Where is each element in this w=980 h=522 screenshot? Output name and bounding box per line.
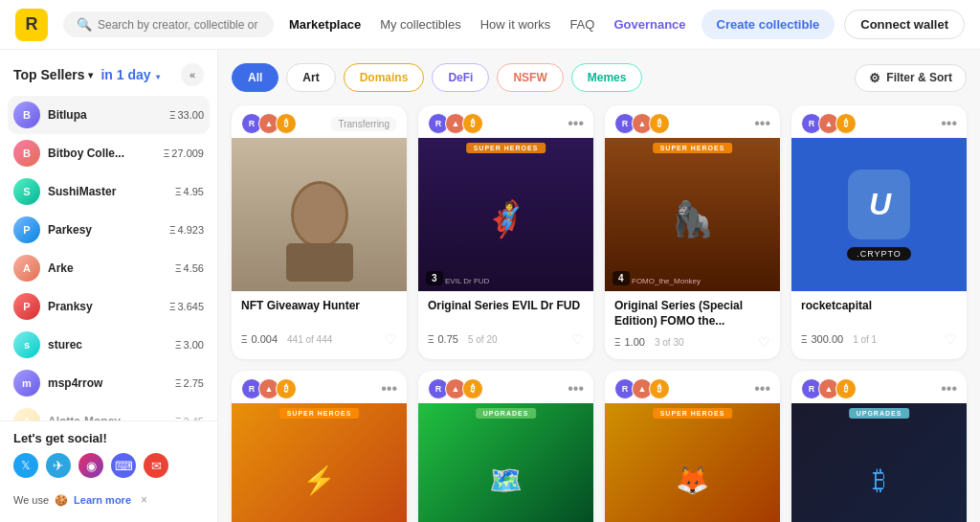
card-image: SUPER HEROES 🦸 3 EVIL Dr FUD bbox=[418, 138, 593, 291]
seller-avatar: m bbox=[13, 370, 40, 397]
eth-symbol: Ξ bbox=[614, 337, 621, 348]
favorite-icon[interactable]: ♡ bbox=[758, 334, 770, 350]
favorite-icon[interactable]: ♡ bbox=[571, 331, 584, 347]
nav-my-collectibles[interactable]: My collectibles bbox=[380, 17, 461, 32]
period-label[interactable]: in 1 day ▾ bbox=[100, 67, 160, 82]
nav-governance[interactable]: Governance bbox=[613, 17, 685, 32]
twitter-icon[interactable]: 𝕏 bbox=[13, 453, 38, 478]
card-avatar: ₿ bbox=[462, 378, 483, 399]
eth-symbol: Ξ bbox=[428, 334, 434, 345]
seller-item[interactable]: B Bitboy Colle... Ξ27.009 bbox=[8, 134, 210, 172]
seller-name: Pranksy bbox=[48, 300, 162, 313]
sidebar-title: Top Sellers ▾ in 1 day ▾ bbox=[13, 67, 160, 82]
nav-marketplace[interactable]: Marketplace bbox=[289, 17, 361, 32]
period-chevron-icon[interactable]: ▾ bbox=[156, 73, 160, 81]
social-title: Let's get social! bbox=[13, 431, 204, 445]
learn-more-link[interactable]: Learn more bbox=[74, 494, 131, 506]
create-collectible-button[interactable]: Create collectible bbox=[702, 10, 835, 39]
card-avatars: R ▲ ₿ bbox=[428, 378, 479, 399]
cookie-text: We use bbox=[13, 494, 49, 506]
nav-faq[interactable]: FAQ bbox=[569, 17, 594, 32]
seller-avatar: A bbox=[13, 255, 40, 282]
seller-item[interactable]: B Bitlupa Ξ33.00 bbox=[8, 96, 210, 134]
seller-avatar: P bbox=[13, 216, 40, 243]
seller-value: Ξ2.45 bbox=[175, 416, 204, 420]
nft-card[interactable]: R ▲ ₿ ••• SUPER HEROES 🦍 4 FOMO_the_Monk… bbox=[605, 105, 780, 359]
card-avatars: R ▲ ₿ bbox=[614, 113, 666, 134]
nav-how-it-works[interactable]: How it works bbox=[480, 17, 551, 32]
seller-item[interactable]: P Pranksy Ξ3.645 bbox=[8, 287, 210, 326]
card-price: Ξ 1.00 3 of 30 bbox=[614, 336, 684, 348]
close-cookie-button[interactable]: × bbox=[141, 493, 147, 507]
seller-avatar: A bbox=[13, 408, 40, 420]
telegram-icon[interactable]: ✈ bbox=[46, 453, 71, 478]
transfer-badge: Transferring bbox=[330, 117, 397, 131]
favorite-icon[interactable]: ♡ bbox=[385, 331, 397, 347]
filter-all-button[interactable]: All bbox=[232, 63, 278, 92]
card-title: Original Series (Special Edition) FOMO t… bbox=[614, 299, 770, 329]
main-content: All Art Domains DeFi NSFW Memes ⚙ Filter… bbox=[218, 50, 980, 522]
eth-icon: Ξ bbox=[175, 417, 182, 421]
card-menu[interactable]: ••• bbox=[754, 380, 770, 397]
nft-card[interactable]: R ▲ ₿ ••• UPGRADES 🗺️ Ξ ♡ bbox=[418, 371, 593, 522]
card-menu[interactable]: ••• bbox=[568, 380, 584, 397]
mail-icon[interactable]: ✉ bbox=[144, 453, 168, 478]
chevron-down-icon[interactable]: ▾ bbox=[88, 70, 93, 80]
nft-card[interactable]: R ▲ ₿ ••• UPGRADES ₿ Ξ ♡ bbox=[791, 371, 967, 522]
card-footer: Ξ 1.00 3 of 30 ♡ bbox=[614, 334, 770, 350]
card-image bbox=[232, 138, 407, 291]
seller-item[interactable]: A Arke Ξ4.56 bbox=[8, 249, 210, 287]
card-footer: Ξ 300.00 1 of 1 ♡ bbox=[801, 331, 957, 347]
search-input[interactable] bbox=[98, 18, 260, 32]
filter-art-button[interactable]: Art bbox=[286, 63, 335, 92]
nft-card[interactable]: R ▲ ₿ Transferring NFT Giveaway Hunter Ξ… bbox=[232, 105, 407, 359]
sidebar: Top Sellers ▾ in 1 day ▾ « B Bitlupa Ξ33… bbox=[0, 50, 218, 522]
card-price: Ξ 0.75 5 of 20 bbox=[428, 333, 498, 345]
card-avatar: ₿ bbox=[649, 378, 670, 399]
collapse-sidebar-button[interactable]: « bbox=[181, 63, 204, 86]
discord-icon[interactable]: ⌨ bbox=[111, 453, 136, 478]
eth-symbol: Ξ bbox=[801, 334, 808, 345]
card-menu[interactable]: ••• bbox=[941, 115, 957, 132]
card-title: rocketcapital bbox=[801, 299, 957, 326]
eth-icon: Ξ bbox=[175, 378, 182, 389]
filter-icon: ⚙ bbox=[869, 71, 880, 85]
seller-item[interactable]: m msp4rrow Ξ2.75 bbox=[8, 364, 210, 402]
filter-nsfw-button[interactable]: NSFW bbox=[497, 63, 563, 92]
seller-name: sturec bbox=[48, 338, 167, 352]
card-menu[interactable]: ••• bbox=[754, 115, 770, 132]
card-image: SUPER HEROES ⚡ bbox=[232, 403, 407, 522]
card-menu[interactable]: ••• bbox=[568, 115, 584, 132]
nft-card[interactable]: R ▲ ₿ ••• SUPER HEROES 🦊 Ξ ♡ bbox=[605, 371, 780, 522]
price-value: 0.75 bbox=[438, 333, 458, 345]
sidebar-header: Top Sellers ▾ in 1 day ▾ « bbox=[0, 63, 217, 96]
logo[interactable]: R bbox=[15, 9, 48, 41]
card-menu[interactable]: ••• bbox=[381, 380, 397, 397]
price-value: 0.004 bbox=[252, 333, 278, 345]
card-header: R ▲ ₿ ••• bbox=[232, 371, 407, 403]
nft-card[interactable]: R ▲ ₿ ••• U .CRYPTO rocketcapital Ξ 300.… bbox=[791, 105, 967, 359]
filter-memes-button[interactable]: Memes bbox=[571, 63, 643, 92]
filter-domains-button[interactable]: Domains bbox=[344, 63, 425, 92]
seller-item[interactable]: S SushiMaster Ξ4.95 bbox=[8, 172, 210, 211]
seller-item[interactable]: s sturec Ξ3.00 bbox=[8, 326, 210, 364]
card-header: R ▲ ₿ ••• bbox=[605, 371, 780, 403]
filter-sort-button[interactable]: ⚙ Filter & Sort bbox=[855, 64, 967, 92]
nft-card[interactable]: R ▲ ₿ ••• SUPER HEROES 🦸 3 EVIL Dr FUD O… bbox=[418, 105, 593, 359]
seller-item[interactable]: P Parkesy Ξ4.923 bbox=[8, 211, 210, 249]
seller-value: Ξ4.923 bbox=[169, 224, 204, 236]
card-header: R ▲ ₿ ••• bbox=[791, 105, 967, 138]
cards-grid: R ▲ ₿ Transferring NFT Giveaway Hunter Ξ… bbox=[232, 105, 967, 522]
filter-defi-button[interactable]: DeFi bbox=[432, 63, 489, 92]
card-avatars: R ▲ ₿ bbox=[614, 378, 666, 399]
favorite-icon[interactable]: ♡ bbox=[945, 331, 957, 347]
nft-card[interactable]: R ▲ ₿ ••• SUPER HEROES ⚡ Ξ ♡ bbox=[232, 371, 407, 522]
seller-value: Ξ4.95 bbox=[175, 186, 204, 197]
card-menu[interactable]: ••• bbox=[941, 380, 957, 397]
card-body: Original Series (Special Edition) FOMO t… bbox=[605, 291, 780, 359]
seller-item[interactable]: A Alotta-Money Ξ2.45 bbox=[8, 402, 210, 420]
instagram-icon[interactable]: ◉ bbox=[78, 453, 103, 478]
connect-wallet-button[interactable]: Connect wallet bbox=[844, 10, 965, 39]
seller-value: Ξ33.00 bbox=[169, 109, 204, 121]
card-image: UPGRADES 🗺️ bbox=[418, 403, 593, 522]
